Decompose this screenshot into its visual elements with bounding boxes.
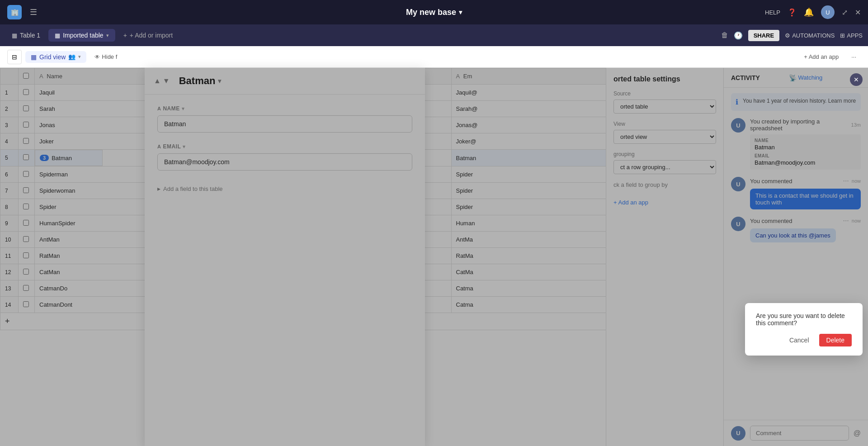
top-bar: 🏢 ☰ My new base ▾ HELP ❓ 🔔 U ⤢ ✕ bbox=[0, 0, 868, 24]
add-import-tab[interactable]: + + Add or import bbox=[117, 29, 179, 42]
notification-icon[interactable]: 🔔 bbox=[804, 7, 814, 17]
hide-fields-button[interactable]: 👁 Hide f bbox=[90, 51, 122, 62]
delete-popup-actions: Cancel Delete bbox=[756, 334, 852, 346]
add-import-plus: + bbox=[123, 32, 127, 39]
sidebar-toggle-icon[interactable]: ☰ bbox=[27, 6, 40, 19]
tab-table1-icon: ▦ bbox=[12, 32, 17, 39]
add-app-button[interactable]: + Add an app bbox=[799, 51, 843, 62]
sidebar-expand-button[interactable]: ⊟ bbox=[7, 50, 22, 64]
tab-table1[interactable]: ▦ Table 1 bbox=[5, 29, 47, 42]
automations-button[interactable]: ⚙ AUTOMATIONS bbox=[785, 32, 835, 39]
share-button[interactable]: SHARE bbox=[748, 30, 780, 41]
tab-bar: ▦ Table 1 ▦ Imported table ▾ + + Add or … bbox=[0, 24, 868, 46]
grid-view-label: Grid view bbox=[39, 53, 66, 61]
expand-icon[interactable]: ⤢ bbox=[842, 8, 848, 17]
tab-bar-right: 🗑 🕐 SHARE ⚙ AUTOMATIONS ⊞ APPS bbox=[721, 30, 863, 41]
close-window-icon[interactable]: ✕ bbox=[855, 8, 861, 17]
overlay-background bbox=[0, 68, 868, 446]
view-bar-right: + Add an app ··· bbox=[799, 51, 861, 62]
apps-icon: ⊞ bbox=[840, 32, 845, 39]
expand-sidebar-icon: ⊟ bbox=[12, 53, 17, 61]
grid-view-icon: ▦ bbox=[31, 53, 37, 61]
more-options-button[interactable]: ··· bbox=[847, 51, 861, 62]
top-bar-right: HELP ❓ 🔔 U ⤢ ✕ bbox=[765, 5, 861, 19]
automations-label: AUTOMATIONS bbox=[792, 32, 835, 39]
confirm-delete-button[interactable]: Delete bbox=[819, 334, 852, 346]
main-area: A Name A Em 1 Jaquil Jaquil@ 2 bbox=[0, 68, 868, 446]
grid-view-button[interactable]: ▦ Grid view 👥 ▾ bbox=[25, 51, 86, 63]
add-app-label: + Add an app bbox=[804, 53, 839, 60]
apps-label: APPS bbox=[847, 32, 863, 39]
app-logo: 🏢 bbox=[7, 5, 22, 19]
top-bar-left: 🏢 ☰ bbox=[7, 5, 40, 19]
apps-button[interactable]: ⊞ APPS bbox=[840, 32, 863, 39]
tab-table1-label: Table 1 bbox=[20, 32, 40, 39]
hide-fields-label: Hide f bbox=[102, 53, 117, 60]
tab-imported-table[interactable]: ▦ Imported table ▾ bbox=[48, 29, 115, 42]
tab-imported-dropdown[interactable]: ▾ bbox=[106, 33, 109, 38]
question-icon[interactable]: ❓ bbox=[788, 8, 797, 17]
app-title: My new base bbox=[406, 8, 456, 17]
delete-popup-text: Are you sure you want to delete this com… bbox=[756, 312, 852, 327]
delete-confirmation-popup: Are you sure you want to delete this com… bbox=[745, 303, 863, 356]
top-bar-title-area: My new base ▾ bbox=[406, 8, 462, 17]
close-activity-button[interactable]: ✕ bbox=[850, 73, 863, 86]
view-bar: ⊟ ▦ Grid view 👥 ▾ 👁 Hide f + Add an app … bbox=[0, 46, 868, 68]
more-icon: ··· bbox=[851, 53, 856, 60]
title-dropdown-icon[interactable]: ▾ bbox=[459, 9, 462, 16]
trash-icon[interactable]: 🗑 bbox=[721, 31, 728, 39]
grid-view-people: 👥 bbox=[68, 53, 75, 60]
hide-fields-icon: 👁 bbox=[94, 54, 100, 60]
tab-imported-label: Imported table bbox=[63, 32, 104, 39]
user-avatar[interactable]: U bbox=[821, 5, 835, 19]
tab-imported-icon: ▦ bbox=[55, 32, 60, 39]
add-import-label: + Add or import bbox=[130, 32, 173, 39]
history-icon[interactable]: 🕐 bbox=[734, 31, 743, 40]
automations-icon: ⚙ bbox=[785, 32, 790, 39]
grid-view-dropdown[interactable]: ▾ bbox=[78, 54, 81, 60]
cancel-delete-button[interactable]: Cancel bbox=[784, 334, 815, 346]
help-label[interactable]: HELP bbox=[765, 9, 780, 16]
